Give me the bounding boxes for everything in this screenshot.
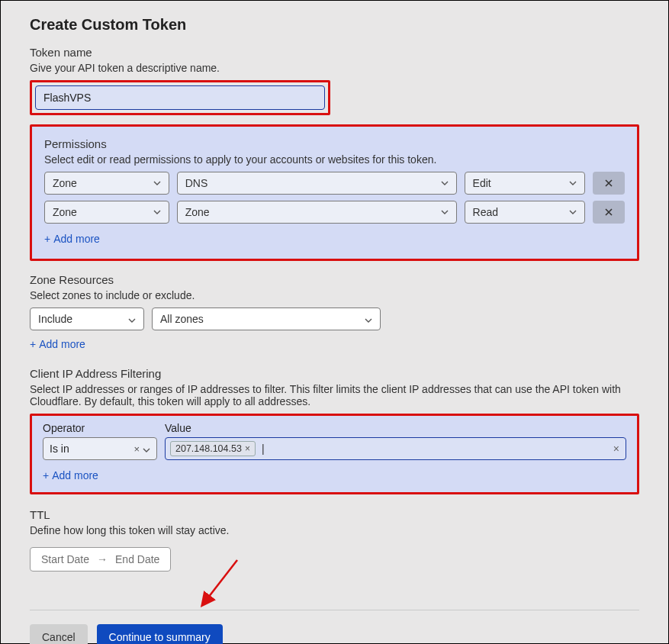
ip-value-input[interactable]: 207.148.104.53 × | × bbox=[165, 437, 626, 460]
permission-row: Zone DNS Edit bbox=[44, 172, 625, 195]
remove-permission-button[interactable] bbox=[593, 201, 625, 224]
add-permission-label: Add more bbox=[53, 233, 100, 245]
ip-filter-highlight: Operator Value Is in × 207.148.104.53 bbox=[30, 414, 639, 494]
zone-operator-label: Include bbox=[38, 313, 72, 325]
zone-resources-sub: Select zones to include or exclude. bbox=[30, 289, 639, 301]
plus-icon: + bbox=[30, 338, 36, 350]
ttl-sub: Define how long this token will stay act… bbox=[30, 524, 639, 536]
perm-scope-select[interactable]: Zone bbox=[44, 201, 169, 224]
perm-scope-label: Zone bbox=[53, 206, 77, 218]
chevron-down-icon bbox=[569, 210, 577, 214]
chevron-down-icon bbox=[153, 210, 161, 214]
ip-operator-column-label: Operator bbox=[43, 422, 165, 434]
remove-permission-button[interactable] bbox=[593, 172, 625, 195]
ip-operator-label: Is in bbox=[50, 443, 69, 455]
perm-action-label: Edit bbox=[473, 177, 491, 189]
ttl-heading: TTL bbox=[30, 508, 639, 521]
ttl-start-label: Start Date bbox=[41, 553, 89, 565]
plus-icon: + bbox=[43, 469, 49, 481]
perm-scope-select[interactable]: Zone bbox=[44, 172, 169, 195]
add-ip-link[interactable]: + Add more bbox=[43, 469, 98, 481]
add-permission-link[interactable]: + Add more bbox=[44, 233, 100, 245]
page-title: Create Custom Token bbox=[30, 16, 639, 34]
cancel-button[interactable]: Cancel bbox=[30, 624, 88, 644]
token-name-highlight bbox=[30, 80, 330, 115]
perm-resource-select[interactable]: Zone bbox=[177, 201, 457, 224]
zone-resources-heading: Zone Resources bbox=[30, 273, 639, 286]
chevron-down-icon bbox=[365, 313, 372, 325]
token-name-sub: Give your API token a descriptive name. bbox=[30, 62, 639, 74]
chevron-down-icon bbox=[569, 181, 577, 185]
close-icon bbox=[603, 178, 614, 188]
clear-value-icon[interactable]: × bbox=[613, 443, 619, 455]
perm-action-select[interactable]: Read bbox=[465, 201, 586, 224]
text-cursor-icon: | bbox=[262, 443, 265, 455]
close-icon bbox=[603, 207, 614, 217]
permissions-sub: Select edit or read permissions to apply… bbox=[44, 153, 625, 166]
perm-resource-label: DNS bbox=[185, 177, 208, 189]
permission-row: Zone Zone Read bbox=[44, 201, 625, 224]
zone-operator-select[interactable]: Include bbox=[30, 308, 144, 330]
chevron-down-icon bbox=[143, 443, 150, 455]
chevron-down-icon bbox=[153, 181, 161, 185]
perm-scope-label: Zone bbox=[53, 177, 77, 189]
zone-scope-label: All zones bbox=[160, 313, 204, 325]
zone-scope-select[interactable]: All zones bbox=[152, 308, 381, 330]
perm-resource-select[interactable]: DNS bbox=[177, 172, 457, 195]
permissions-highlight: Permissions Select edit or read permissi… bbox=[30, 124, 639, 261]
arrow-right-icon: → bbox=[97, 553, 108, 565]
section-divider bbox=[30, 610, 639, 610]
ip-filter-heading: Client IP Address Filtering bbox=[30, 367, 639, 380]
ip-value-column-label: Value bbox=[165, 422, 191, 434]
chevron-down-icon bbox=[441, 181, 449, 185]
chevron-down-icon bbox=[128, 313, 136, 325]
ttl-end-label: End Date bbox=[115, 553, 159, 565]
perm-action-label: Read bbox=[473, 206, 498, 218]
plus-icon: + bbox=[44, 233, 50, 245]
ip-operator-select[interactable]: Is in × bbox=[43, 437, 157, 460]
continue-button[interactable]: Continue to summary bbox=[97, 624, 223, 644]
token-name-heading: Token name bbox=[30, 46, 639, 59]
permissions-heading: Permissions bbox=[44, 137, 625, 150]
token-name-input[interactable] bbox=[35, 85, 325, 110]
perm-resource-label: Zone bbox=[185, 206, 210, 218]
ip-chip: 207.148.104.53 × bbox=[170, 441, 256, 456]
add-zone-label: Add more bbox=[39, 338, 85, 350]
add-zone-link[interactable]: + Add more bbox=[30, 338, 85, 350]
ip-filter-sub: Select IP addresses or ranges of IP addr… bbox=[30, 383, 632, 407]
chevron-down-icon bbox=[441, 210, 449, 214]
remove-chip-icon[interactable]: × bbox=[245, 443, 250, 454]
add-ip-label: Add more bbox=[52, 469, 98, 481]
clear-operator-icon[interactable]: × bbox=[133, 443, 140, 455]
ip-chip-text: 207.148.104.53 bbox=[175, 443, 242, 454]
ttl-date-range[interactable]: Start Date → End Date bbox=[30, 547, 171, 572]
perm-action-select[interactable]: Edit bbox=[465, 172, 586, 195]
